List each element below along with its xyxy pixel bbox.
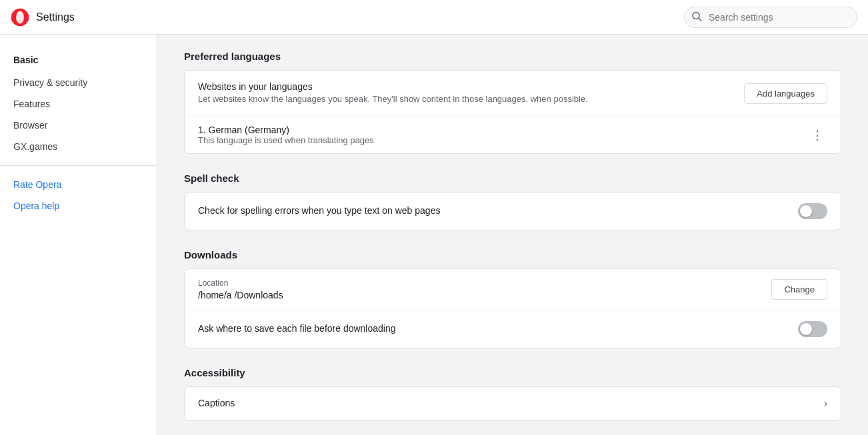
preferred-languages-title: Preferred languages [184,51,841,62]
sidebar-section-basic: Basic [0,51,157,72]
websites-title: Websites in your languages [198,81,733,92]
change-location-button[interactable]: Change [771,279,827,300]
opera-logo-icon [11,8,29,27]
location-label: Location [198,278,283,288]
sidebar-divider [0,165,157,166]
captions-label: Captions [198,398,235,408]
spell-check-label: Check for spelling errors when you type … [198,205,798,216]
header: Settings [0,0,868,35]
language-entry-german: 1. German (Germany) This language is use… [185,117,841,153]
spell-check-card: Check for spelling errors when you type … [184,192,841,230]
toggle-slider [798,203,827,219]
location-path: /home/a /Downloads [198,290,283,300]
sidebar-item-privacy-security[interactable]: Privacy & security [0,72,151,93]
websites-info: Websites in your languages Let websites … [198,81,733,105]
chevron-right-icon: › [824,398,827,410]
ask-save-toggle[interactable] [798,321,827,337]
sidebar-item-features[interactable]: Features [0,93,151,115]
opera-help-link[interactable]: Opera help [0,195,157,217]
language-name: 1. German (Germany) [198,125,374,135]
search-box [684,7,857,28]
sidebar-item-gx-games[interactable]: GX.games [0,136,151,157]
websites-desc: Let websites know the languages you spea… [198,93,733,105]
language-entry-info: 1. German (Germany) This language is use… [198,125,374,145]
downloads-card: Location /home/a /Downloads Change Ask w… [184,268,841,348]
sidebar-item-browser[interactable]: Browser [0,115,151,136]
svg-point-1 [16,11,24,23]
downloads-location-row: Location /home/a /Downloads Change [185,269,841,310]
search-input[interactable] [684,7,857,28]
spell-check-toggle[interactable] [798,203,827,219]
spell-check-info: Check for spelling errors when you type … [198,205,798,217]
accessibility-card: Captions › [184,386,841,421]
captions-row[interactable]: Captions › [185,387,841,420]
rate-opera-link[interactable]: Rate Opera [0,174,157,195]
main-content: Preferred languages Websites in your lan… [157,35,868,435]
logo-area: Settings [11,8,75,27]
location-info: Location /home/a /Downloads [198,278,283,300]
websites-in-languages-row: Websites in your languages Let websites … [185,71,841,117]
add-languages-button[interactable]: Add languages [744,83,827,104]
sidebar: Basic Privacy & security Features Browse… [0,35,157,435]
ask-save-info: Ask where to save each file before downl… [198,323,798,335]
spell-check-title: Spell check [184,173,841,184]
spell-check-section: Spell check Check for spelling errors wh… [184,173,841,230]
language-options-button[interactable]: ⋮ [807,127,827,144]
downloads-title: Downloads [184,249,841,260]
spell-check-row: Check for spelling errors when you type … [185,193,841,230]
body-layout: Basic Privacy & security Features Browse… [0,35,868,435]
language-description: This language is used when translating p… [198,135,374,145]
downloads-section: Downloads Location /home/a /Downloads Ch… [184,249,841,348]
accessibility-title: Accessibility [184,367,841,378]
preferred-languages-card: Websites in your languages Let websites … [184,70,841,154]
page-title: Settings [36,11,75,23]
accessibility-section: Accessibility Captions › [184,367,841,421]
ask-save-row: Ask where to save each file before downl… [185,310,841,348]
toggle-slider-ask [798,321,827,337]
ask-save-label: Ask where to save each file before downl… [198,323,798,334]
preferred-languages-section: Preferred languages Websites in your lan… [184,51,841,154]
